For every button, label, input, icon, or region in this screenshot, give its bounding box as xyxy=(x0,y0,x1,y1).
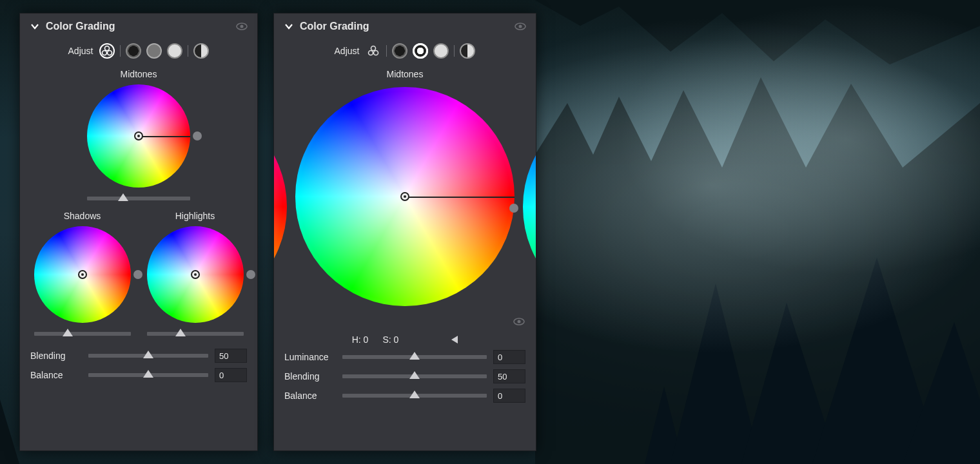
svg-point-14 xyxy=(519,25,522,28)
balance-label: Balance xyxy=(284,391,336,401)
midtones-label: Midtones xyxy=(20,69,257,79)
svg-point-11 xyxy=(103,51,107,55)
panel-title: Color Grading xyxy=(46,21,235,32)
midtones-luminance-handle[interactable] xyxy=(193,131,202,140)
prev-wheel-peek[interactable] xyxy=(274,97,287,316)
background-fog xyxy=(535,0,980,464)
svg-marker-1 xyxy=(535,77,980,464)
wheel-visibility-icon[interactable] xyxy=(513,315,525,328)
adjust-global-icon[interactable] xyxy=(460,43,475,59)
sat-label: S: xyxy=(382,334,391,345)
svg-point-9 xyxy=(240,25,244,28)
svg-marker-5 xyxy=(812,258,941,464)
adjust-highlights-icon[interactable] xyxy=(433,43,449,59)
panel-title: Color Grading xyxy=(300,21,514,32)
divider xyxy=(454,45,455,57)
svg-marker-2 xyxy=(645,387,683,464)
adjust-highlights-icon[interactable] xyxy=(167,43,182,59)
disclosure-left-icon[interactable] xyxy=(451,336,458,343)
highlights-label: Highlights xyxy=(175,211,215,221)
adjust-midtones-icon[interactable] xyxy=(413,43,428,59)
midtones-label: Midtones xyxy=(274,69,536,79)
shadows-luminance-handle[interactable] xyxy=(133,270,142,279)
midtones-slider[interactable] xyxy=(87,197,190,200)
balance-slider[interactable] xyxy=(342,394,487,398)
midtones-color-wheel[interactable] xyxy=(295,87,514,306)
svg-point-19 xyxy=(518,320,521,324)
adjust-shadows-icon[interactable] xyxy=(392,43,407,59)
collapse-toggle[interactable] xyxy=(283,21,295,32)
adjust-shadows-icon[interactable] xyxy=(126,43,141,59)
blending-slider[interactable] xyxy=(88,354,208,358)
hue-value[interactable]: 0 xyxy=(364,334,369,345)
adjust-3way-icon[interactable] xyxy=(366,43,381,59)
collapse-toggle[interactable] xyxy=(29,21,41,32)
shadows-label: Shadows xyxy=(64,211,101,221)
blending-slider[interactable] xyxy=(342,374,487,378)
luminance-label: Luminance xyxy=(284,352,336,362)
divider xyxy=(120,45,121,57)
svg-point-12 xyxy=(108,51,112,55)
svg-point-10 xyxy=(105,46,110,51)
svg-marker-4 xyxy=(741,303,838,464)
sat-value[interactable]: 0 xyxy=(394,334,399,345)
midtones-luminance-handle[interactable] xyxy=(509,204,518,213)
blending-input[interactable] xyxy=(493,369,525,383)
adjust-mode-row: Adjust xyxy=(20,37,257,68)
svg-point-16 xyxy=(369,51,373,55)
highlights-color-wheel[interactable] xyxy=(147,226,244,323)
luminance-input[interactable] xyxy=(493,350,525,364)
balance-label: Balance xyxy=(30,370,82,380)
next-wheel-peek[interactable] xyxy=(523,97,536,316)
divider xyxy=(188,45,188,57)
highlights-slider[interactable] xyxy=(147,332,244,336)
visibility-toggle-icon[interactable] xyxy=(235,20,248,33)
blending-label: Blending xyxy=(284,371,336,382)
svg-point-15 xyxy=(371,46,376,51)
balance-input[interactable] xyxy=(493,389,525,403)
hue-sat-readout: H: 0 S: 0 xyxy=(274,329,536,347)
visibility-toggle-icon[interactable] xyxy=(514,20,527,33)
luminance-slider[interactable] xyxy=(342,355,487,359)
adjust-3way-icon[interactable] xyxy=(99,43,115,59)
adjust-global-icon[interactable] xyxy=(193,43,209,59)
svg-marker-6 xyxy=(903,322,980,464)
color-grading-panel-single: Color Grading Adjust Midtones xyxy=(273,13,536,451)
svg-marker-3 xyxy=(671,284,761,464)
divider xyxy=(386,45,387,57)
shadows-slider[interactable] xyxy=(34,332,131,336)
svg-marker-7 xyxy=(0,400,19,464)
wheel-handle[interactable] xyxy=(78,270,87,279)
wheel-handle[interactable] xyxy=(400,192,409,201)
adjust-mode-row: Adjust xyxy=(274,37,536,68)
wheel-handle[interactable] xyxy=(191,270,200,279)
color-grading-panel-3way: Color Grading Adjust Midtones Sh xyxy=(19,13,258,451)
adjust-label: Adjust xyxy=(335,46,360,56)
svg-marker-0 xyxy=(535,0,980,64)
midtones-color-wheel[interactable] xyxy=(87,84,190,188)
shadows-color-wheel[interactable] xyxy=(34,226,131,323)
blending-label: Blending xyxy=(30,351,82,361)
highlights-luminance-handle[interactable] xyxy=(246,270,255,279)
wheel-handle[interactable] xyxy=(134,131,143,140)
hue-label: H: xyxy=(352,334,361,345)
balance-input[interactable] xyxy=(215,368,247,382)
adjust-midtones-icon[interactable] xyxy=(146,43,162,59)
svg-point-17 xyxy=(374,51,378,55)
adjust-label: Adjust xyxy=(68,46,93,56)
blending-input[interactable] xyxy=(215,349,247,363)
balance-slider[interactable] xyxy=(88,373,208,377)
